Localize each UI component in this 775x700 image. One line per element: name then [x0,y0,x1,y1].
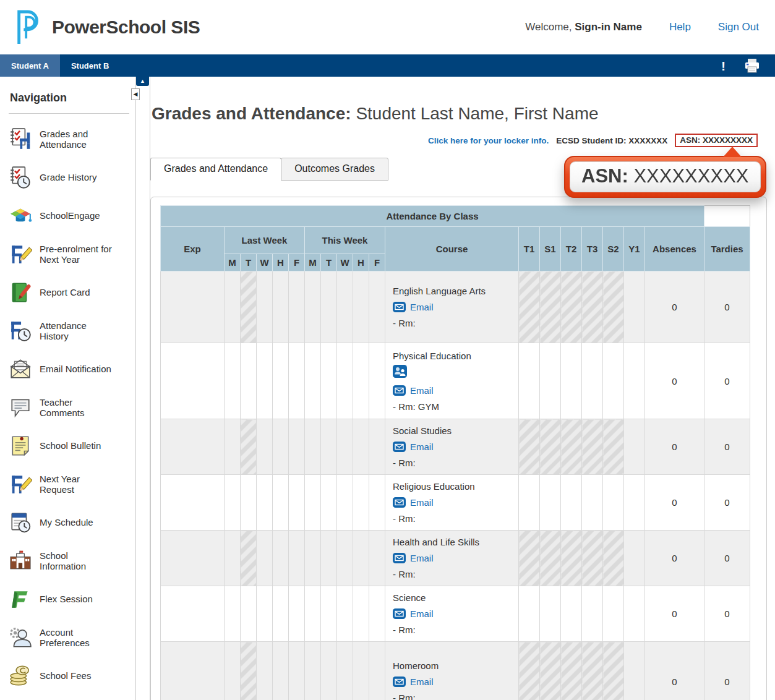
day-header: M [305,254,321,271]
course-name: English Language Arts [393,286,511,296]
col-tardies: Tardies [704,227,750,271]
course-name: Health and Life Skills [393,537,511,547]
signout-link[interactable]: Sign Out [718,21,759,33]
account-preferences-icon [9,626,32,649]
email-envelope-icon [393,497,406,508]
sidebar-gutter: ▲ ◀ [136,77,150,700]
course-cell: Physical EducationEmail- Rm: GYM [385,343,519,419]
tardies-cell: 0 [704,586,750,642]
sidebar-item-my-schedule[interactable]: My Schedule [9,511,132,534]
sidebar-item-next-year-request[interactable]: Next Year Request [9,472,132,496]
alert-icon[interactable]: ! [721,59,726,72]
term-cell [519,586,540,642]
sidebar-item-flex-session[interactable]: Flex Session [9,587,132,611]
schoolengage-icon [9,204,32,228]
sidebar-item-pre-enrolment[interactable]: Pre-enrolment for Next Year [9,242,132,266]
term-cell [603,475,624,531]
tab-grades-and-attendance[interactable]: Grades and Attendance [150,158,281,181]
powerschool-logo: PowerSchool SIS [14,8,200,46]
exp-cell [161,475,225,531]
day-cell [321,343,337,419]
term-cell [624,475,645,531]
sidebar-item-attendance-history[interactable]: Attendance History [9,319,132,343]
email-link[interactable]: Email [410,442,434,452]
term-cell [561,531,582,586]
course-cell: Health and Life SkillsEmail- Rm: [385,531,519,586]
sidebar-item-grades-and-attendance[interactable]: Grades and Attendance [9,127,132,151]
sidebar-item-school-information[interactable]: School Information [9,549,132,573]
day-cell [225,642,241,700]
day-cell [321,531,337,586]
day-cell [353,642,369,700]
day-cell [337,271,353,343]
course-name: Social Studies [393,425,511,436]
term-cell [561,475,582,531]
col-s2: S2 [603,227,624,271]
day-cell [369,642,385,700]
term-cell [603,271,624,343]
email-envelope-icon [393,442,406,452]
day-header: T [321,254,337,271]
asn-callout-label: ASN: [581,165,628,187]
room-label: - Rm: [393,569,511,579]
sidebar-item-grade-history[interactable]: Grade History [9,166,132,189]
day-header: W [337,254,353,271]
day-cell [337,586,353,642]
term-cell [603,642,624,700]
day-cell [257,642,273,700]
day-cell [305,419,321,475]
term-cell [582,642,603,700]
student-info-line: Click here for your locker info. ECSD St… [150,134,775,147]
course-row: Social StudiesEmail- Rm:00 [161,419,750,475]
student-tab-a[interactable]: Student A [0,54,60,77]
day-cell [321,642,337,700]
pre-enrolment-icon [9,242,32,266]
room-label: - Rm: [393,458,511,468]
tab-outcomes-grades[interactable]: Outcomes Grades [281,158,388,181]
day-cell [305,642,321,700]
sidebar-item-school-bulletin[interactable]: School Bulletin [9,434,132,458]
printer-icon[interactable] [744,59,760,73]
collapse-left-icon[interactable]: ◀ [131,88,140,100]
email-link[interactable]: Email [410,497,434,508]
course-name: Physical Education [393,351,511,361]
email-link[interactable]: Email [410,677,434,687]
welcome-text: Welcome, Sign-in Name [525,21,642,33]
day-cell [241,271,257,343]
day-cell [321,271,337,343]
day-cell [273,642,289,700]
tardies-cell: 0 [704,419,750,475]
day-cell [353,419,369,475]
email-link[interactable]: Email [410,608,434,619]
sidebar-item-label: Teacher Comments [40,397,116,419]
day-cell [257,343,273,419]
attendance-by-class-table: Attendance By Class Exp Last Week This W… [160,205,750,700]
day-cell [241,586,257,642]
course-cell: Social StudiesEmail- Rm: [385,419,519,475]
email-link[interactable]: Email [410,553,434,563]
locker-info-link[interactable]: Click here for your locker info. [428,136,549,145]
day-cell [225,475,241,531]
sidebar-item-schoolengage[interactable]: SchoolEngage [9,204,132,228]
exp-cell [161,343,225,419]
collapse-up-icon[interactable]: ▲ [136,77,149,86]
email-link[interactable]: Email [410,385,434,396]
day-cell [353,343,369,419]
sidebar-item-email-notification[interactable]: Email Notification [9,357,132,381]
sidebar-item-account-preferences[interactable]: Account Preferences [9,626,132,649]
grades-attendance-icon [9,127,32,151]
sidebar-item-teacher-comments[interactable]: Teacher Comments [9,396,132,419]
term-cell [603,586,624,642]
email-link[interactable]: Email [410,302,434,312]
help-link[interactable]: Help [669,21,691,33]
sidebar-item-school-fees[interactable]: School Fees [9,664,132,688]
sidebar-item-label: Grade History [40,172,116,182]
term-cell [561,271,582,343]
asn-callout: ASN: XXXXXXXXX [564,156,766,198]
sidebar-item-report-card[interactable]: Report Card [9,281,132,304]
student-tab-b[interactable]: Student B [60,54,120,77]
page-title-prefix: Grades and Attendance: [152,104,351,123]
col-s1: S1 [540,227,561,271]
term-cell [603,343,624,419]
table-title: Attendance By Class [161,206,704,227]
